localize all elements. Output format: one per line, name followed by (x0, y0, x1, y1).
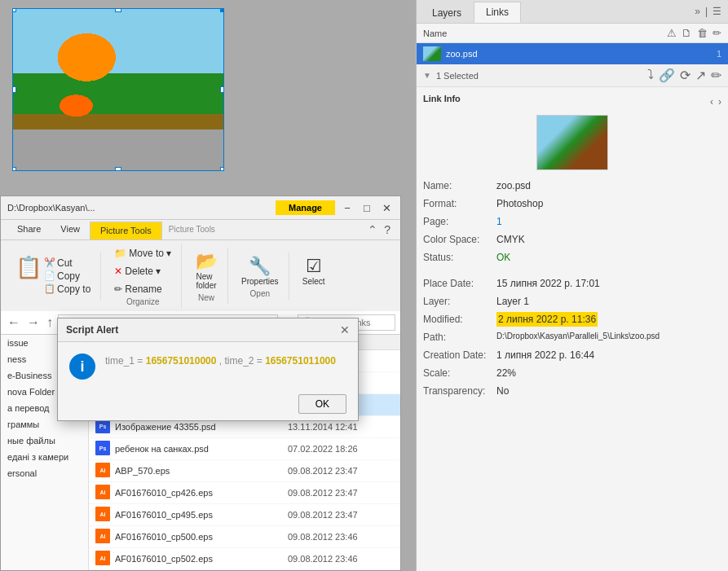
minimize-button[interactable]: − (340, 200, 355, 215)
transparency-label: Transparency: (423, 384, 496, 398)
layer-item-thumb (423, 46, 441, 61)
nav-item[interactable]: ные файлы (1, 433, 88, 449)
handle-tc[interactable] (115, 8, 121, 12)
sel-edit-icon[interactable]: ✏ (711, 68, 721, 83)
panel-layer-item[interactable]: zoo.psd 1 (417, 43, 728, 64)
file-row[interactable]: Ai ABP_570.eps 09.08.2012 23:47 (89, 460, 400, 482)
dialog-footer: OK (58, 388, 358, 420)
copy-to-button[interactable]: 📋 Copy to (44, 283, 90, 296)
file-name: AF01676010_cp502.eps (115, 554, 288, 564)
file-name: AF01676010_cp426.eps (115, 488, 288, 498)
handle-ml[interactable] (12, 86, 16, 93)
manage-tab[interactable]: Manage (276, 200, 335, 215)
handle-tl[interactable] (12, 8, 16, 12)
file-date: 09.08.2012 23:47 (288, 488, 394, 498)
tab-links[interactable]: Links (474, 2, 521, 23)
maximize-button[interactable]: □ (360, 200, 374, 215)
link-info-panel: Link Info ‹ › Name: zoo.psd Format: Phot… (417, 87, 728, 571)
file-row[interactable]: Ai AF01676010_cp500.eps 09.08.2012 23:46 (89, 526, 400, 548)
panel-tab-actions: » | ☰ (695, 6, 725, 17)
file-row[interactable]: Ps ребенок на санках.psd 07.02.2022 18:2… (89, 438, 400, 460)
dialog-close-button[interactable]: ✕ (340, 323, 350, 336)
color-value: CMYK (496, 232, 525, 247)
panel-name-col: Name (423, 29, 667, 38)
trash-icon[interactable]: 🗑 (697, 27, 708, 39)
file-row[interactable]: Ai AF01676010_cp426.eps 09.08.2012 23:47 (89, 482, 400, 504)
titlebar: D:\Dropbox\Kasyan\... Manage − □ ✕ (1, 196, 400, 220)
delete-icon: ✕ (114, 266, 122, 277)
nav-item[interactable]: ersonal (1, 465, 88, 481)
sel-relink-icon[interactable]: ⤵ (647, 68, 654, 83)
new-layer-icon[interactable]: 🗋 (682, 27, 692, 39)
panel-expand-icon[interactable]: » (695, 6, 700, 17)
ribbon-tabs-bar: Share View Picture Tools Picture Tools ⌃… (1, 220, 400, 240)
sel-update-icon[interactable]: ⟳ (680, 68, 690, 83)
up-button[interactable]: ↑ (45, 314, 55, 332)
handle-mr[interactable] (220, 86, 224, 93)
format-label: Format: (423, 196, 496, 211)
file-type-icon: Ps (95, 441, 112, 457)
rename-button[interactable]: ✏ Rename (109, 281, 176, 297)
close-button[interactable]: ✕ (379, 200, 394, 215)
move-to-button[interactable]: 📁 Move to ▾ (109, 245, 176, 261)
cut-button-small[interactable]: ✂️ Cut (44, 257, 90, 270)
transparency-value: No (496, 384, 509, 398)
ribbon-group-organize: 📁 Move to ▾ ✕ Delete ▾ ✏ Rename Organize (104, 244, 182, 308)
panel-sep: | (705, 6, 708, 17)
file-date: 09.08.2012 23:46 (288, 532, 394, 542)
expand-icon[interactable]: ▼ (423, 71, 431, 80)
handle-bc[interactable] (115, 167, 121, 171)
image-content (13, 9, 223, 170)
ribbon-group-new: 📂 Newfolder New (185, 248, 228, 304)
delete-button[interactable]: ✕ Delete ▾ (109, 263, 176, 279)
handle-bl[interactable] (12, 167, 16, 171)
paste-button[interactable]: 📋 ✂️ Cut 📄 Copy 📋 Copy to (11, 253, 95, 299)
dialog-message: time_1 = 1656751010000 , time_2 = 165675… (105, 354, 346, 368)
forward-button[interactable]: → (25, 314, 42, 332)
status-label: Status: (423, 250, 496, 265)
info-row-path: Path: D:\Dropbox\Kasyan\Paralleli_5\Link… (423, 330, 721, 345)
layer-item-num: 1 (717, 49, 721, 59)
picture-tools-section: Picture Tools (165, 220, 218, 239)
titlebar-controls: Manage − □ ✕ (276, 200, 394, 215)
sel-go-icon[interactable]: ↗ (695, 68, 706, 83)
handle-tr[interactable] (220, 8, 224, 12)
canvas-image (12, 8, 224, 171)
sel-link-icon[interactable]: 🔗 (659, 68, 675, 83)
file-name: AF01676010_cp495.eps (115, 510, 288, 520)
info-next-icon[interactable]: › (718, 96, 721, 108)
file-row[interactable]: Ai AF01676010_cp495.eps 09.08.2012 23:47 (89, 504, 400, 526)
tab-picture-tools[interactable]: Picture Tools (90, 222, 162, 239)
back-button[interactable]: ← (6, 314, 22, 332)
panel-menu-icon[interactable]: ☰ (713, 6, 721, 17)
select-button[interactable]: ☑ Select (298, 254, 330, 289)
file-date: 09.08.2012 23:46 (288, 554, 394, 564)
handle-br[interactable] (220, 167, 224, 171)
color-label: Color Space: (423, 232, 496, 247)
path-value: D:\Dropbox\Kasyan\Paralleli_5\Links\zoo.… (496, 330, 660, 345)
properties-button[interactable]: 🔧 Properties (236, 254, 284, 289)
selected-action-icons: ⤵ 🔗 ⟳ ↗ ✏ (647, 68, 721, 83)
new-folder-button[interactable]: 📂 Newfolder (190, 249, 223, 293)
tab-view[interactable]: View (51, 220, 90, 239)
dialog-info-icon: i (69, 354, 95, 380)
name-label: Name: (423, 178, 496, 193)
ribbon-group-open: 🔧 Properties Open (232, 253, 289, 300)
tab-share[interactable]: Share (7, 220, 51, 239)
file-type-icon: Ai (95, 485, 112, 501)
dialog-ok-button[interactable]: OK (298, 394, 346, 414)
copy-button-small[interactable]: 📄 Copy (44, 270, 90, 283)
info-prev-icon[interactable]: ‹ (710, 96, 713, 108)
tab-layers[interactable]: Layers (420, 2, 474, 23)
relink-icon[interactable]: ⚠ (667, 27, 677, 39)
chevron-up-icon[interactable]: ⌃ (368, 223, 377, 236)
layer-value: Layer 1 (496, 294, 529, 309)
file-name: ребенок на санках.psd (115, 444, 288, 454)
nav-item[interactable]: едані з камери (1, 449, 88, 465)
file-date: 09.08.2012 23:47 (288, 510, 394, 520)
edit-icon[interactable]: ✏ (713, 27, 721, 39)
info-row-placedate: Place Date: 15 липня 2022 р. 17:01 (423, 276, 721, 291)
format-value: Photoshop (496, 196, 543, 211)
help-icon[interactable]: ? (384, 223, 390, 236)
file-row[interactable]: Ai AF01676010_cp502.eps 09.08.2012 23:46 (89, 548, 400, 570)
